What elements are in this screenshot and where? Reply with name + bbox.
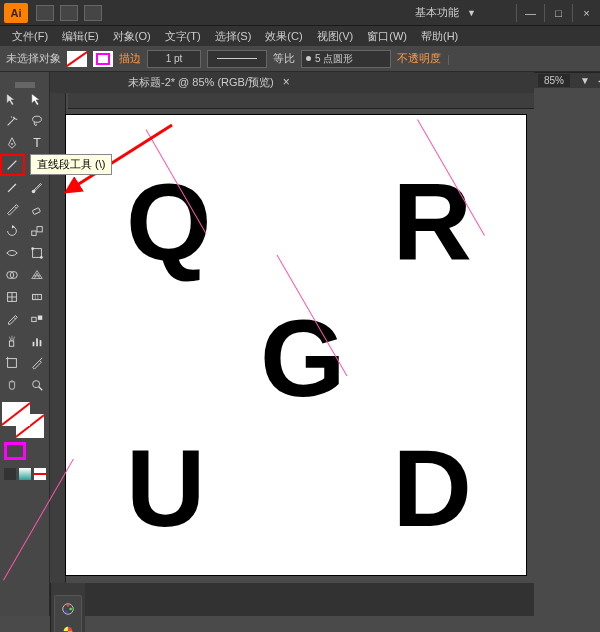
menu-type[interactable]: 文字(T) <box>159 27 207 46</box>
layout-switch-2[interactable] <box>60 5 78 21</box>
shape-builder-tool[interactable] <box>0 264 25 286</box>
menu-select[interactable]: 选择(S) <box>209 27 258 46</box>
document-tab-bar: 未标题-2* @ 85% (RGB/预览) × <box>50 72 534 93</box>
color-panel-icon[interactable] <box>57 600 79 618</box>
letter-d[interactable]: D <box>393 433 472 543</box>
svg-point-33 <box>67 604 70 607</box>
app-logo: Ai <box>4 3 28 23</box>
layout-switch-1[interactable] <box>36 5 54 21</box>
stroke-swatch[interactable] <box>93 51 113 67</box>
color-mode-gradient[interactable] <box>19 468 31 480</box>
fill-swatch[interactable] <box>67 51 87 67</box>
color-guide-panel-icon[interactable] <box>57 622 79 632</box>
magic-wand-tool[interactable] <box>0 110 25 132</box>
svg-point-0 <box>14 118 16 120</box>
svg-point-35 <box>65 610 68 613</box>
selection-status: 未选择对象 <box>6 51 61 66</box>
perspective-grid-tool[interactable] <box>25 264 50 286</box>
stroke-mini-chip[interactable] <box>4 442 26 460</box>
menu-help[interactable]: 帮助(H) <box>415 27 464 46</box>
svg-rect-10 <box>32 249 41 258</box>
svg-point-29 <box>32 381 39 388</box>
free-transform-tool[interactable] <box>25 242 50 264</box>
opacity-label[interactable]: 不透明度 <box>397 51 441 66</box>
svg-point-1 <box>32 116 41 122</box>
minimize-button[interactable]: — <box>516 4 544 22</box>
workspace-dropdown-icon[interactable]: ▼ <box>467 8 476 18</box>
svg-point-6 <box>32 190 36 194</box>
pencil-tool[interactable] <box>0 198 25 220</box>
status-bar: 85% ▼ ◀ ▶ 选择 ▶ <box>534 72 600 88</box>
symbol-sprayer-tool[interactable] <box>0 330 25 352</box>
svg-text:T: T <box>33 136 41 150</box>
eraser-tool[interactable] <box>25 198 50 220</box>
stroke-label[interactable]: 描边 <box>119 51 141 66</box>
menu-edit[interactable]: 编辑(E) <box>56 27 105 46</box>
stroke-profile[interactable] <box>207 50 267 68</box>
menu-object[interactable]: 对象(O) <box>107 27 157 46</box>
direct-selection-tool[interactable] <box>25 88 50 110</box>
color-mode-none[interactable] <box>34 468 46 480</box>
artboard-tool[interactable] <box>0 352 25 374</box>
color-mode-row <box>4 468 49 480</box>
svg-rect-21 <box>10 341 14 346</box>
letter-r[interactable]: R <box>393 167 472 277</box>
letter-u[interactable]: U <box>126 433 205 543</box>
zoom-tool[interactable] <box>25 374 50 396</box>
zoom-level[interactable]: 85% <box>538 74 570 87</box>
tools-panel: T 直线段工具 (\) <box>0 72 50 616</box>
main-area: T 直线段工具 (\) <box>0 72 600 616</box>
zoom-dropdown-icon[interactable]: ▼ <box>580 75 590 86</box>
mesh-tool[interactable] <box>0 286 25 308</box>
lasso-tool[interactable] <box>25 110 50 132</box>
selection-tool[interactable] <box>0 88 25 110</box>
right-panel-dock <box>50 583 85 632</box>
color-mode-solid[interactable] <box>4 468 16 480</box>
svg-point-34 <box>69 608 72 611</box>
document-tab-title: 未标题-2* @ 85% (RGB/预览) <box>128 76 274 88</box>
fill-stroke-control[interactable] <box>2 402 46 442</box>
document-area: 未标题-2* @ 85% (RGB/预览) × Q R G U D <box>50 72 534 616</box>
brush-preset-label: 5 点圆形 <box>315 52 353 66</box>
menu-view[interactable]: 视图(V) <box>311 27 360 46</box>
scale-tool[interactable] <box>25 220 50 242</box>
control-bar: 未选择对象 描边 1 pt 等比 5 点圆形 不透明度 | <box>0 46 600 72</box>
blend-tool[interactable] <box>25 308 50 330</box>
letter-g[interactable]: G <box>260 303 346 413</box>
type-tool[interactable]: T <box>25 132 50 154</box>
svg-rect-9 <box>37 227 42 232</box>
svg-rect-8 <box>32 231 36 235</box>
svg-rect-24 <box>39 340 41 346</box>
eyedropper-tool[interactable] <box>0 308 25 330</box>
svg-rect-23 <box>36 338 38 346</box>
document-tab-close-icon[interactable]: × <box>283 75 290 89</box>
paintbrush-tool[interactable] <box>0 176 25 198</box>
layout-switch-3[interactable] <box>84 5 102 21</box>
menu-file[interactable]: 文件(F) <box>6 27 54 46</box>
close-button[interactable]: × <box>572 4 600 22</box>
gradient-tool[interactable] <box>25 286 50 308</box>
workspace-label[interactable]: 基本功能 <box>415 5 459 20</box>
hand-tool[interactable] <box>0 374 25 396</box>
pen-tool[interactable] <box>0 132 25 154</box>
svg-point-12 <box>40 256 43 259</box>
maximize-button[interactable]: □ <box>544 4 572 22</box>
column-graph-tool[interactable] <box>25 330 50 352</box>
blob-brush-tool[interactable] <box>25 176 50 198</box>
menu-effect[interactable]: 效果(C) <box>259 27 308 46</box>
stroke-weight-input[interactable]: 1 pt <box>147 50 201 68</box>
brush-preset-select[interactable]: 5 点圆形 <box>301 50 391 68</box>
canvas-viewport[interactable]: Q R G U D <box>50 93 534 583</box>
width-tool[interactable] <box>0 242 25 264</box>
svg-rect-18 <box>32 294 41 299</box>
fill-color-chip[interactable] <box>2 402 30 426</box>
document-tab[interactable]: 未标题-2* @ 85% (RGB/预览) × <box>120 72 298 93</box>
line-tool-tooltip: 直线段工具 (\) <box>30 154 112 175</box>
svg-rect-19 <box>32 317 36 321</box>
slice-tool[interactable] <box>25 352 50 374</box>
rotate-tool[interactable] <box>0 220 25 242</box>
menu-window[interactable]: 窗口(W) <box>361 27 413 46</box>
svg-rect-20 <box>38 316 42 320</box>
line-segment-tool[interactable]: 直线段工具 (\) <box>0 154 25 176</box>
ruler-horizontal[interactable] <box>68 93 534 109</box>
